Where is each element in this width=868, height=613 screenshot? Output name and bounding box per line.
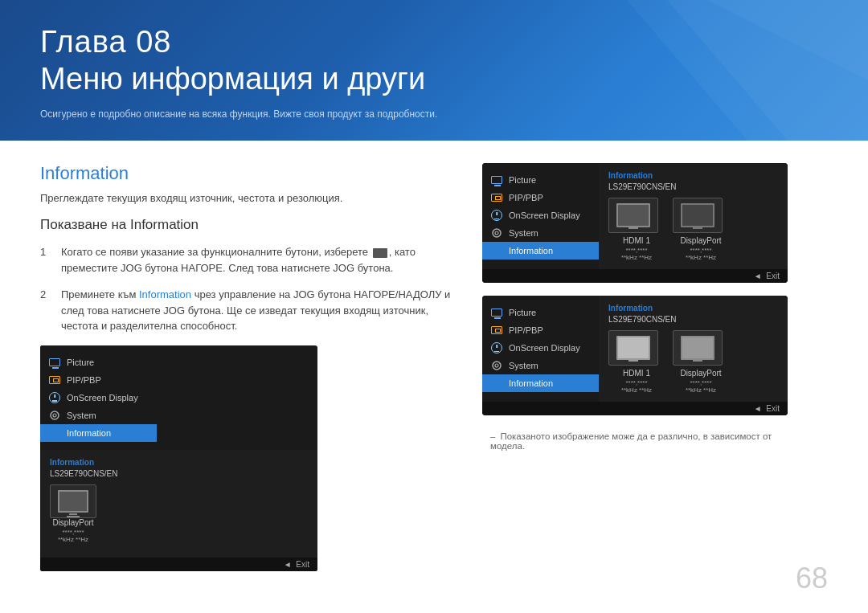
br-menu-item-osd: OnScreen Display	[482, 339, 599, 357]
exit-bar: ◄ Exit	[40, 558, 317, 571]
menu-item-picture-label: Picture	[67, 358, 94, 367]
tr-displayport-info: DisplayPort ****,**** **kHz **Hz	[673, 236, 729, 261]
pip-icon	[48, 375, 61, 385]
info-panel-label: Information	[50, 458, 308, 467]
grid-icon	[373, 248, 387, 258]
tr-hdmi-label: HDMI 1	[608, 236, 665, 245]
br-displayport-dots: ****,****	[673, 379, 729, 386]
displayport-thumb	[50, 484, 96, 518]
br-info-panel-label: Information	[608, 304, 778, 313]
br-exit-bar: ◄ Exit	[482, 402, 788, 415]
br-displayport-thumb	[673, 330, 723, 366]
bottom-left-monitor-ui: Picture PIP/PBP OnScreen D	[40, 345, 317, 571]
br-monitor-icon	[491, 309, 502, 317]
section-description: Преглеждате текущия входящ източник, чес…	[40, 192, 458, 204]
svg-point-0	[51, 411, 59, 419]
menu-item-information-label: Information	[67, 428, 111, 438]
chapter-label: Глава 08	[40, 24, 828, 61]
menu-item-information: i Information	[40, 424, 157, 442]
tr-exit-arrow-icon: ◄	[754, 272, 762, 280]
display-thumbs: DisplayPort ****,**** **kHz **Hz	[50, 484, 308, 543]
tr-menu-picture-label: Picture	[509, 175, 536, 185]
tr-menu-item-system: System	[482, 224, 599, 242]
steps-list: 1 Когато се появи указание за функционал…	[40, 244, 458, 334]
br-pip-icon	[490, 325, 503, 335]
bottom-right-menu-right: Information LS29E790CNS/EN HDMI 1 **	[599, 296, 788, 402]
br-displayport-hz: **kHz **Hz	[673, 386, 729, 394]
tr-monitor-icon	[491, 176, 502, 184]
br-hdmi-hz: **kHz **Hz	[608, 386, 665, 394]
osd-icon	[48, 393, 61, 403]
tr-menu-system-label: System	[509, 228, 538, 238]
svg-point-1	[53, 414, 56, 417]
br-menu-pip-label: PIP/PBP	[509, 325, 543, 335]
tr-exit-label: Exit	[766, 272, 780, 280]
step-2-text: Преминете към Information чрез управлени…	[61, 287, 458, 334]
page-number: 68	[796, 562, 828, 595]
svg-point-5	[495, 364, 498, 367]
bottom-right-monitor-ui: Picture PIP/PBP OnScreen Display	[482, 296, 788, 415]
tr-menu-item-information: i Information	[482, 242, 599, 260]
tr-displayport-label: DisplayPort	[673, 236, 729, 245]
tr-displayport-dots: ****,****	[673, 247, 729, 254]
menu-item-pip: PIP/PBP	[40, 371, 157, 389]
tr-hdmi-info: HDMI 1 ****,**** **kHz **Hz	[608, 236, 665, 261]
page-title: Меню информация и други	[40, 61, 828, 98]
top-right-menu-right: Information LS29E790CNS/EN HDMI 1 **	[599, 163, 788, 269]
step-2: 2 Преминете към Information чрез управле…	[40, 287, 458, 334]
tr-hdmi-dots: ****,****	[608, 247, 665, 254]
osd-icon-shape	[49, 392, 60, 403]
step-1: 1 Когато се появи указание за функционал…	[40, 244, 458, 276]
br-osd-icon-shape	[491, 342, 502, 353]
step-1-text: Когато се появи указание за функционални…	[61, 244, 458, 276]
tr-pip-icon	[490, 193, 503, 202]
menu-item-osd: OnScreen Display	[40, 389, 157, 407]
top-right-monitor-ui: Picture PIP/PBP OnScreen Display	[482, 163, 788, 283]
displayport-dots: ****,****	[50, 529, 96, 536]
tr-displayport-thumb	[673, 198, 723, 233]
br-menu-osd-label: OnScreen Display	[509, 343, 580, 353]
monitor-icon	[49, 358, 60, 366]
footer-note: Показаното изображение може да е различн…	[482, 431, 788, 451]
br-menu-item-picture: Picture	[482, 304, 599, 321]
information-highlight: Information	[139, 288, 191, 300]
section-title: Information	[40, 163, 458, 184]
br-info-icon: i	[490, 378, 503, 388]
picture-icon	[48, 358, 61, 367]
br-displays-row: HDMI 1 ****,**** **kHz **Hz	[608, 330, 778, 394]
tr-hdmi-hz: **kHz **Hz	[608, 254, 665, 261]
br-exit-arrow-icon: ◄	[754, 404, 762, 413]
br-system-icon	[490, 361, 503, 370]
displayport-label: DisplayPort	[50, 518, 96, 527]
tr-displayport-col: DisplayPort ****,**** **kHz **Hz	[673, 198, 729, 261]
bottom-right-menu-row: Picture PIP/PBP OnScreen Display	[482, 296, 788, 402]
br-pip-icon-shape	[491, 326, 502, 334]
tr-hdmi-col: HDMI 1 ****,**** **kHz **Hz	[608, 198, 665, 261]
info-panel-model: LS29E790CNS/EN	[50, 469, 308, 478]
main-content: Information Преглеждате текущия входящ и…	[0, 141, 868, 587]
bottom-right-menu-left: Picture PIP/PBP OnScreen Display	[482, 296, 599, 402]
tr-picture-icon	[490, 175, 503, 185]
info-icon: i	[48, 428, 61, 438]
tr-info-panel-model: LS29E790CNS/EN	[608, 182, 778, 191]
br-menu-item-information: i Information	[482, 374, 599, 392]
tr-info-icon-shape: i	[491, 245, 502, 256]
header-banner: Глава 08 Меню информация и други Осигуре…	[0, 0, 868, 141]
br-hdmi-info: HDMI 1 ****,**** **kHz **Hz	[608, 369, 665, 394]
tr-displays-row: HDMI 1 ****,**** **kHz **Hz	[608, 198, 778, 261]
tr-menu-information-label: Information	[509, 246, 553, 255]
br-info-panel-model: LS29E790CNS/EN	[608, 315, 778, 324]
svg-point-2	[493, 229, 501, 237]
br-exit-label: Exit	[766, 404, 780, 413]
br-menu-item-system: System	[482, 357, 599, 374]
br-hdmi-label: HDMI 1	[608, 369, 665, 378]
br-hdmi-dots: ****,****	[608, 379, 665, 386]
bottom-left-screenshot: Picture PIP/PBP OnScreen D	[40, 345, 458, 571]
tr-pip-icon-shape	[491, 194, 502, 202]
tr-menu-osd-label: OnScreen Display	[509, 210, 580, 220]
pip-icon-shape	[49, 376, 60, 384]
menu-item-system: System	[40, 407, 157, 424]
br-menu-system-label: System	[509, 361, 538, 370]
top-right-menu-left: Picture PIP/PBP OnScreen Display	[482, 163, 599, 269]
header-subtitle: Осигурено е подробно описание на всяка ф…	[40, 108, 828, 120]
